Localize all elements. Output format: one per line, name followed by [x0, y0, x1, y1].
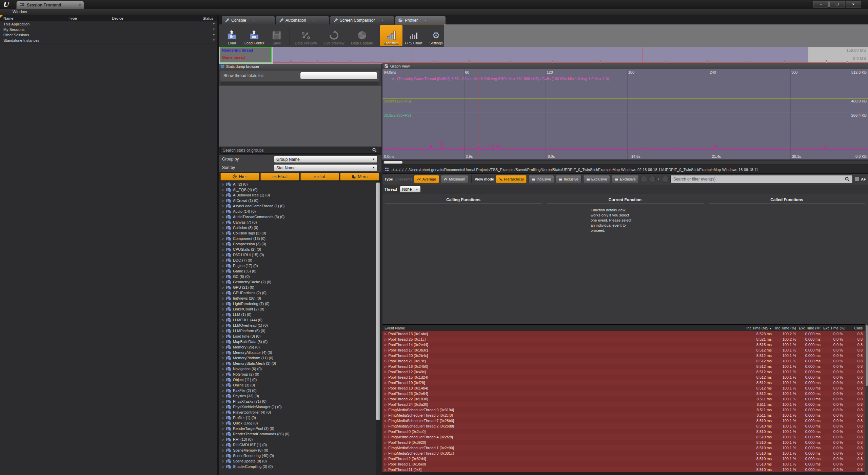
event-search-box[interactable]: Search or filter event(s): [670, 175, 853, 183]
load-button[interactable]: Load: [221, 25, 243, 46]
chevron-down-icon[interactable]: ▾: [213, 33, 215, 36]
event-table-row[interactable]: ▷PoolThread 20 [0x2b4c] 8.512 ms 100.1 %…: [382, 353, 865, 358]
float-button[interactable]: [123] Float: [260, 173, 299, 180]
column-type[interactable]: Type: [69, 16, 77, 20]
expander-icon[interactable]: ▷: [384, 408, 387, 412]
stats-group-row[interactable]: ▷ GeometryCache (2) (0): [219, 279, 376, 285]
event-table-scrollbar-thumb[interactable]: [866, 325, 868, 386]
stats-group-row[interactable]: ▷ GPU (21) (0): [219, 285, 376, 290]
stats-group-row[interactable]: ▷ AICrowd (1) (0): [219, 198, 376, 203]
event-table-row[interactable]: ▷PoolThread 24 [0x3a30] 8.511 ms 100.1 %…: [382, 402, 865, 407]
event-table-row[interactable]: ▷PoolThread 17 [0x3b3c] 8.512 ms 100.1 %…: [382, 347, 865, 353]
graph-h-scrollbar[interactable]: [382, 160, 868, 164]
event-table-row[interactable]: ▷FImgMediaSchedulerThread 5 [0x2cf8] 8.5…: [382, 413, 865, 418]
stats-group-row[interactable]: ▷ Quick (165) (0): [219, 420, 376, 426]
timeline-thread-legend[interactable]: Rendering thread Game thread: [220, 47, 272, 62]
expander-icon[interactable]: ▷: [222, 313, 225, 316]
session-group-row[interactable]: My Sessions ▾: [0, 27, 217, 33]
expander-icon[interactable]: ▷: [384, 343, 387, 346]
event-table-row[interactable]: ▷PoolThread 11 [0x8] 8.510 ms 100.1 % 0.…: [382, 467, 865, 472]
tree-scrollbar[interactable]: [376, 182, 380, 475]
expander-icon[interactable]: ▷: [222, 281, 225, 284]
expander-icon[interactable]: ▷: [222, 389, 225, 392]
stats-group-row[interactable]: ▷ PakFile (2) (0): [219, 388, 376, 393]
expander-icon[interactable]: ▷: [384, 381, 387, 384]
expander-icon[interactable]: ▷: [384, 441, 387, 444]
stats-group-row[interactable]: ▷ Memory (26) (0): [219, 344, 376, 350]
expander-icon[interactable]: ▷: [222, 210, 225, 213]
column-inc-time-ms[interactable]: Inc Time (MS ▼: [743, 326, 774, 330]
stats-group-row[interactable]: ▷ LLMPlatform (5) (0): [219, 328, 376, 334]
expander-icon[interactable]: ▷: [222, 188, 225, 191]
column-event-name[interactable]: Event Name: [382, 326, 743, 330]
expander-icon[interactable]: ▷: [222, 264, 225, 267]
settings-button[interactable]: ⚙ Settings: [425, 25, 447, 46]
stats-group-row[interactable]: ▷ GPUParticles (2) (0): [219, 290, 376, 296]
expander-icon[interactable]: ▷: [384, 392, 387, 395]
stats-group-row[interactable]: ▷ Canvas (7) (0): [219, 220, 376, 225]
stats-group-row[interactable]: ▷ D3D11RHI (15) (0): [219, 252, 376, 258]
stats-group-row[interactable]: ▷ Compression (3) (0): [219, 241, 376, 247]
event-table-row[interactable]: ▷FImgMediaSchedulerThread 3 [0x381c] 8.5…: [382, 451, 865, 456]
expander-icon[interactable]: ▷: [384, 468, 387, 471]
expander-icon[interactable]: ▷: [222, 465, 225, 468]
expander-icon[interactable]: ▷: [222, 291, 225, 294]
menu-window[interactable]: Window: [13, 10, 27, 14]
tab-close-icon[interactable]: ×: [253, 19, 255, 22]
event-table-scrollbar[interactable]: [865, 324, 868, 475]
stats-group-row[interactable]: ▷ DDC (7) (0): [219, 258, 376, 263]
column-calls[interactable]: Calls: [846, 326, 865, 330]
event-table-row[interactable]: ▷PoolThread 15 [0x1d24] 8.512 ms 100.1 %…: [382, 375, 865, 380]
expander-icon[interactable]: ▷: [222, 395, 225, 398]
stats-group-row[interactable]: ▷ LightRendering (7) (0): [219, 301, 376, 306]
expander-icon[interactable]: ▷: [384, 452, 387, 455]
expander-icon[interactable]: ▷: [384, 338, 387, 341]
history-forward-button[interactable]: ◦: [649, 176, 656, 183]
stats-group-row[interactable]: ▷ SceneRendering (40) (0): [219, 453, 376, 458]
expander-icon[interactable]: ▷: [222, 205, 225, 208]
tab-close-icon[interactable]: ×: [425, 19, 427, 22]
stats-group-row[interactable]: ▷ MemoryAllocator (4) (0): [219, 350, 376, 355]
event-table-row[interactable]: ▷FImgMediaSchedulerThread 7 [0x28b0] 8.5…: [382, 418, 865, 423]
event-table-row[interactable]: ▷PoolThread 22 [0x1838] 8.511 ms 100.1 %…: [382, 396, 865, 402]
expander-icon[interactable]: ▷: [384, 463, 387, 466]
data-capture-button[interactable]: Data Capture: [348, 25, 376, 46]
expander-icon[interactable]: ▷: [222, 384, 225, 387]
chevron-down-icon[interactable]: ▾: [213, 38, 215, 42]
expander-icon[interactable]: ▷: [222, 297, 225, 300]
expander-icon[interactable]: ▷: [222, 351, 225, 354]
expander-icon[interactable]: ▷: [222, 405, 225, 408]
column-status[interactable]: Status: [203, 16, 213, 20]
stats-search-box[interactable]: Search stats or groups: [220, 147, 379, 154]
stats-group-row[interactable]: ▷ Collision (8) (0): [219, 225, 376, 230]
expander-icon[interactable]: ▷: [222, 346, 225, 349]
tree-scrollbar-thumb[interactable]: [376, 183, 380, 420]
expander-icon[interactable]: ▷: [222, 422, 225, 425]
stats-group-row[interactable]: ▷ LLMOverhead (1) (0): [219, 323, 376, 328]
event-table-h-scrollbar[interactable]: [382, 472, 865, 475]
session-group-row[interactable]: Other Sessions ▾: [0, 32, 217, 38]
tab-profiler[interactable]: Profiler ×: [395, 16, 446, 24]
expander-icon[interactable]: ▷: [222, 215, 225, 218]
session-group-row[interactable]: This Application ▾: [0, 21, 217, 27]
stats-group-row[interactable]: ▷ InitViews (26) (0): [219, 296, 376, 301]
mem-button[interactable]: Mem: [340, 173, 379, 180]
expander-icon[interactable]: ▷: [384, 370, 387, 374]
expander-icon[interactable]: ▷: [384, 430, 387, 433]
expander-icon[interactable]: ▷: [222, 443, 225, 446]
event-table-row[interactable]: ▷PoolThread 18 [0x14b4] 8.512 ms 100.1 %…: [382, 385, 865, 391]
stats-group-row[interactable]: ▷ Physics (33) (0): [219, 393, 376, 399]
stats-group-row[interactable]: ▷ GC (6) (0): [219, 274, 376, 279]
stats-group-row[interactable]: ▷ PhysXVehicleManager (1) (0): [219, 404, 376, 410]
expander-icon[interactable]: ▷: [222, 400, 225, 403]
expander-icon[interactable]: ▷: [384, 354, 387, 357]
stats-group-row[interactable]: ▷ PlayerController (4) (0): [219, 410, 376, 415]
event-table-row[interactable]: ▷FImgMediaSchedulerThread 1 [0x2e90] 8.5…: [382, 445, 865, 451]
inclusive-flat-button[interactable]: Inclusive: [528, 175, 554, 183]
tab-close-icon[interactable]: ×: [381, 19, 383, 22]
stats-group-row[interactable]: ▷ NoGroup (2) (0): [219, 372, 376, 377]
data-preview-button[interactable]: Data Preview: [292, 25, 320, 46]
stats-group-row[interactable]: ▷ AIBehaviorTree (1) (0): [219, 192, 376, 198]
expander-icon[interactable]: ▷: [384, 419, 387, 422]
window-tab-close-icon[interactable]: ×: [79, 3, 81, 7]
